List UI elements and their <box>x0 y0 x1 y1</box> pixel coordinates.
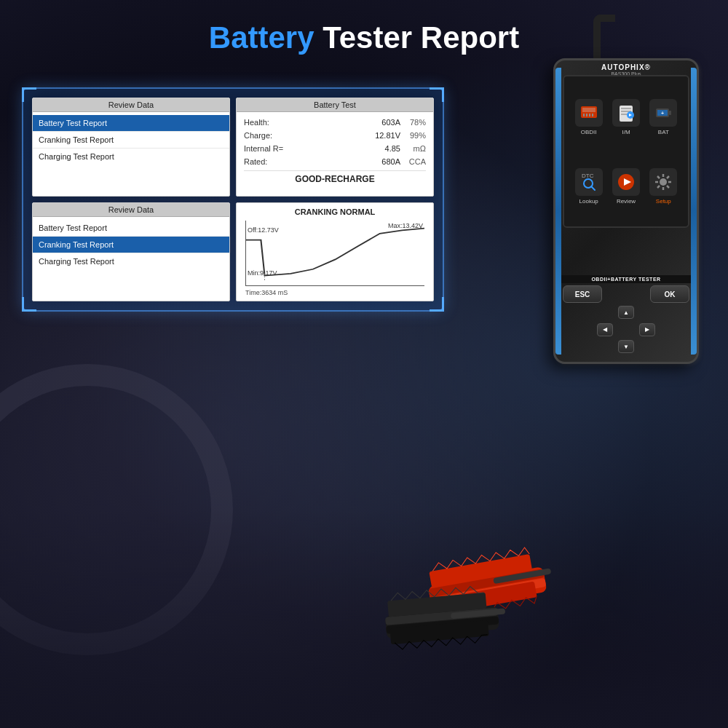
svg-line-19 <box>591 186 595 190</box>
screen-icon-lookup[interactable]: DTC Lookup <box>570 151 607 221</box>
screen-icon-obdii[interactable]: OBDII <box>570 82 607 151</box>
svg-rect-8 <box>621 108 631 109</box>
panel3-item-charging[interactable]: Charging Test Report <box>33 253 229 269</box>
device-buttons: ESC OK ▲ ◀ ▶ ▼ <box>563 285 689 355</box>
svg-rect-5 <box>589 114 590 116</box>
svg-text:+: + <box>661 111 664 116</box>
device: AUTOPHIX® BAS300 Plus <box>553 58 699 364</box>
svg-point-22 <box>660 178 667 186</box>
screen-icon-setup[interactable]: Setup <box>645 151 682 221</box>
panel3-list: Battery Test Report Cranking Test Report… <box>33 217 229 272</box>
panel3-item-cranking[interactable]: Cranking Test Report <box>33 237 229 253</box>
svg-line-27 <box>657 176 660 178</box>
device-body: AUTOPHIX® BAS300 Plus <box>553 58 699 364</box>
cranking-label-off: Off:12.73V <box>248 226 279 234</box>
svg-rect-3 <box>583 114 585 116</box>
svg-rect-2 <box>582 108 596 112</box>
bat-label: BAT <box>658 129 669 135</box>
clamps-area <box>364 517 582 662</box>
obdii-icon <box>575 99 603 127</box>
panel1-item-battery[interactable]: Battery Test Report <box>33 115 229 132</box>
svg-rect-14 <box>669 111 671 115</box>
title-part1: Battery <box>209 20 314 55</box>
btn-row-top: ESC OK <box>563 285 689 303</box>
dpad-up-button[interactable]: ▲ <box>618 306 634 319</box>
dpad-down-button[interactable]: ▼ <box>618 340 634 353</box>
black-clamp <box>376 576 528 668</box>
dpad-right-button[interactable]: ▶ <box>639 323 655 336</box>
device-side-right-accent <box>691 68 697 355</box>
device-side-left-accent <box>555 68 561 355</box>
panel1-item-cranking[interactable]: Cranking Test Report <box>33 132 229 149</box>
svg-line-28 <box>667 186 669 188</box>
svg-line-30 <box>657 186 660 188</box>
panels-grid: Review Data Battery Test Report Cranking… <box>32 98 434 301</box>
device-screen-area: OBDII <box>563 75 689 228</box>
svg-line-29 <box>667 176 669 178</box>
esc-button[interactable]: ESC <box>563 285 602 303</box>
health-label: Health: <box>244 118 295 127</box>
setup-label: Setup <box>656 198 671 205</box>
lookup-label: Lookup <box>579 198 598 205</box>
svg-text:DTC: DTC <box>582 173 594 179</box>
panel1-item-charging[interactable]: Charging Test Report <box>33 149 229 165</box>
svg-rect-6 <box>592 114 593 116</box>
review-label: Review <box>617 198 636 205</box>
im-icon <box>612 99 640 127</box>
lookup-icon: DTC <box>575 168 603 196</box>
device-container: AUTOPHIX® BAS300 Plus <box>379 44 728 699</box>
corner-tl <box>22 87 36 102</box>
cranking-label-min: Min:9.17V <box>248 269 277 277</box>
obdii-label: OBDII <box>581 129 597 135</box>
dpad-left-button[interactable]: ◀ <box>597 323 613 336</box>
review-data-panel-1: Review Data Battery Test Report Cranking… <box>32 98 230 197</box>
corner-bl <box>22 297 36 312</box>
panel3-item-battery[interactable]: Battery Test Report <box>33 220 229 237</box>
bat-icon: + <box>649 99 677 127</box>
device-screen: OBDII <box>564 76 688 226</box>
device-footer-text: OBDII+BATTERY TESTER <box>561 275 691 283</box>
im-label: I/M <box>622 129 630 135</box>
ok-button[interactable]: OK <box>650 285 689 303</box>
internal-label: Internal R= <box>244 144 295 153</box>
screen-icon-bat[interactable]: + BAT <box>645 82 682 151</box>
svg-rect-4 <box>586 114 587 116</box>
brand-name: AUTOPHIX® <box>563 63 689 71</box>
review-data-header-2: Review Data <box>33 203 229 217</box>
panel1-list: Battery Test Report Cranking Test Report… <box>33 112 229 167</box>
review-icon <box>612 168 640 196</box>
dpad: ▲ ◀ ▶ ▼ <box>597 306 655 353</box>
setup-icon <box>649 168 677 196</box>
screen-icon-im[interactable]: I/M <box>607 82 644 151</box>
rated-label: Rated: <box>244 157 295 166</box>
review-data-header-1: Review Data <box>33 98 229 112</box>
screen-icon-review[interactable]: Review <box>607 151 644 221</box>
review-data-panel-2: Review Data Battery Test Report Cranking… <box>32 202 230 301</box>
charge-label: Charge: <box>244 131 295 140</box>
